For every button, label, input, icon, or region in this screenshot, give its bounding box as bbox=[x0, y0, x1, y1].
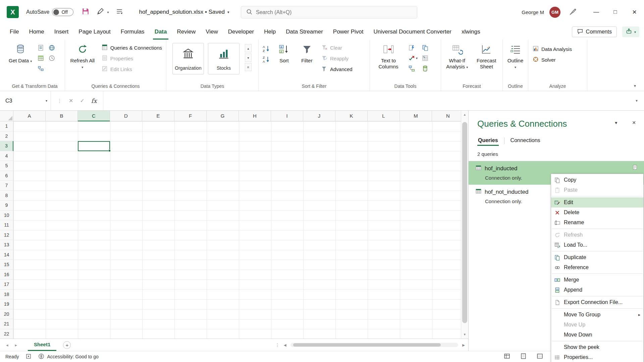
comments-button[interactable]: Comments bbox=[572, 26, 617, 37]
row-header-3[interactable]: 3 bbox=[0, 141, 13, 151]
menu-item-copy[interactable]: Copy bbox=[551, 175, 643, 185]
from-web-icon[interactable] bbox=[48, 44, 55, 51]
new-sheet-button[interactable]: + bbox=[63, 341, 71, 349]
select-all-corner[interactable] bbox=[0, 111, 13, 121]
collapse-ribbon-icon[interactable]: ▾ bbox=[634, 83, 636, 88]
row-header-17[interactable]: 17 bbox=[0, 280, 13, 290]
sort-button[interactable]: AZ Sort bbox=[273, 42, 295, 64]
menu-item-reference[interactable]: Reference bbox=[551, 262, 643, 273]
gallery-more-icon[interactable]: ≡ bbox=[245, 63, 252, 71]
sheet-tab-sheet1[interactable]: Sheet1 bbox=[28, 339, 56, 351]
menu-item-rename[interactable]: Rename bbox=[551, 218, 643, 228]
next-sheet-icon[interactable]: ▸ bbox=[15, 343, 17, 348]
text-to-columns-button[interactable]: Text to Columns bbox=[372, 42, 405, 70]
save-icon[interactable] bbox=[82, 7, 90, 17]
get-data-button[interactable]: Get Data ▾ bbox=[7, 42, 34, 64]
formula-input[interactable] bbox=[103, 91, 629, 110]
pane-close-icon[interactable]: ✕ bbox=[632, 120, 636, 125]
row-header-4[interactable]: 4 bbox=[0, 151, 13, 161]
row-header-19[interactable]: 19 bbox=[0, 299, 13, 309]
menu-item-move-to-group[interactable]: Move To Group▸ bbox=[551, 310, 643, 320]
column-header-J[interactable]: J bbox=[303, 111, 335, 121]
what-if-analysis-button[interactable]: What-If Analysis ▾ bbox=[443, 42, 471, 70]
row-header-11[interactable]: 11 bbox=[0, 220, 13, 230]
menu-item-edit[interactable]: Edit bbox=[551, 197, 643, 207]
grid[interactable]: ABCDEFGHIJKLMN 1234567891011121314151617… bbox=[0, 111, 468, 339]
drag-handle-icon[interactable]: ⋮ bbox=[57, 98, 62, 104]
search-input[interactable] bbox=[256, 9, 397, 15]
tab-xlwings[interactable]: xlwings bbox=[457, 24, 485, 40]
sort-az-button[interactable]: AZ bbox=[261, 44, 271, 53]
column-header-I[interactable]: I bbox=[271, 111, 303, 121]
row-header-10[interactable]: 10 bbox=[0, 210, 13, 221]
vertical-scroll-thumb[interactable] bbox=[462, 122, 467, 323]
scroll-right-icon[interactable]: ▶ bbox=[462, 343, 465, 347]
row-header-20[interactable]: 20 bbox=[0, 309, 13, 319]
tab-view[interactable]: View bbox=[201, 24, 223, 40]
prev-sheet-icon[interactable]: ◂ bbox=[6, 343, 8, 348]
data-analysis-button[interactable]: Data Analysis bbox=[530, 44, 574, 54]
name-box[interactable]: C3 ▾ bbox=[0, 91, 51, 110]
flash-fill-icon[interactable] bbox=[408, 44, 418, 51]
page-break-view-icon[interactable] bbox=[536, 353, 543, 361]
tab-data[interactable]: Data bbox=[150, 24, 172, 40]
data-type-stocks[interactable]: Stocks bbox=[208, 43, 239, 74]
column-header-N[interactable]: N bbox=[432, 111, 461, 121]
minimize-button[interactable]: — bbox=[587, 0, 606, 24]
menu-item-show-the-peek[interactable]: Show the peek bbox=[551, 342, 643, 352]
menu-item-properties[interactable]: Properties... bbox=[551, 352, 643, 362]
column-header-E[interactable]: E bbox=[142, 111, 174, 121]
autosave-toggle[interactable]: Off bbox=[52, 8, 73, 16]
from-text-icon[interactable] bbox=[37, 44, 44, 51]
tab-connections[interactable]: Connections bbox=[510, 136, 541, 146]
tab-help[interactable]: Help bbox=[259, 24, 281, 40]
draw-pen-icon[interactable] bbox=[96, 7, 104, 17]
user-name[interactable]: George M bbox=[522, 9, 544, 15]
share-button[interactable]: ▾ bbox=[622, 26, 639, 37]
advanced-filter-button[interactable]: Advanced bbox=[319, 64, 355, 74]
scroll-down-icon[interactable]: ▼ bbox=[461, 331, 468, 338]
menu-item-export-connection-file[interactable]: Export Connection File... bbox=[551, 297, 643, 307]
row-header-6[interactable]: 6 bbox=[0, 171, 13, 181]
column-header-M[interactable]: M bbox=[400, 111, 432, 121]
row-header-15[interactable]: 15 bbox=[0, 260, 13, 270]
row-header-1[interactable]: 1 bbox=[0, 121, 13, 131]
row-header-18[interactable]: 18 bbox=[0, 290, 13, 300]
tab-universal-document-converter[interactable]: Universal Document Converter bbox=[369, 24, 457, 40]
expand-formula-bar-icon[interactable]: ▾ bbox=[629, 91, 644, 110]
tab-review[interactable]: Review bbox=[172, 24, 201, 40]
tab-data-streamer[interactable]: Data Streamer bbox=[281, 24, 328, 40]
row-header-5[interactable]: 5 bbox=[0, 161, 13, 171]
fill-handle[interactable] bbox=[108, 149, 111, 152]
refresh-all-button[interactable]: Refresh All ▾ bbox=[67, 42, 98, 70]
tab-formulas[interactable]: Formulas bbox=[116, 24, 150, 40]
row-header-9[interactable]: 9 bbox=[0, 200, 13, 210]
column-header-C[interactable]: C bbox=[78, 111, 110, 121]
tab-file[interactable]: File bbox=[5, 24, 24, 40]
filter-button[interactable]: Filter bbox=[296, 42, 318, 64]
peek-icon[interactable] bbox=[632, 164, 638, 172]
recent-sources-icon[interactable] bbox=[48, 55, 55, 62]
scroll-up-icon[interactable]: ▴ bbox=[245, 44, 252, 52]
vertical-scrollbar[interactable]: ▲ ▼ bbox=[461, 111, 468, 339]
pane-options-icon[interactable]: ▾ bbox=[615, 120, 617, 125]
row-header-12[interactable]: 12 bbox=[0, 230, 13, 240]
autosave-control[interactable]: AutoSave Off bbox=[26, 8, 73, 16]
row-header-2[interactable]: 2 bbox=[0, 131, 13, 141]
tab-insert[interactable]: Insert bbox=[49, 24, 74, 40]
scroll-down-icon[interactable]: ▾ bbox=[245, 54, 252, 62]
page-layout-view-icon[interactable] bbox=[520, 353, 527, 361]
tab-power-pivot[interactable]: Power Pivot bbox=[328, 24, 369, 40]
menu-item-delete[interactable]: Delete bbox=[551, 207, 643, 218]
macro-record-icon[interactable] bbox=[25, 353, 32, 360]
tab-developer[interactable]: Developer bbox=[223, 24, 259, 40]
row-header-21[interactable]: 21 bbox=[0, 319, 13, 329]
tab-home[interactable]: Home bbox=[24, 24, 49, 40]
consolidate-icon[interactable] bbox=[422, 55, 429, 62]
tab-page-layout[interactable]: Page Layout bbox=[73, 24, 115, 40]
scroll-left-icon[interactable]: ◀ bbox=[284, 343, 286, 347]
insert-function-icon[interactable]: fx bbox=[91, 97, 97, 104]
data-type-organization[interactable]: Organization bbox=[172, 43, 204, 74]
maximize-button[interactable]: □ bbox=[606, 0, 625, 24]
outline-button[interactable]: Outline ▾ bbox=[505, 42, 526, 70]
